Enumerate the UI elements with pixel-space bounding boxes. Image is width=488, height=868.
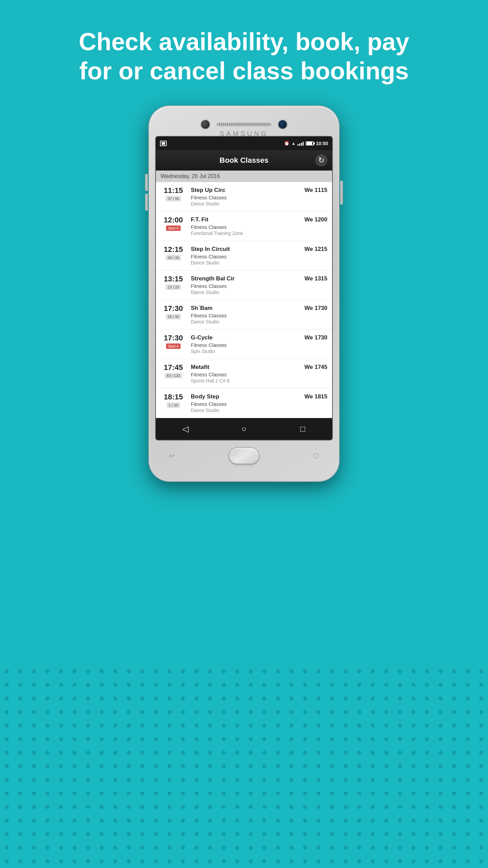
phone-bottom: ↩ ⬡	[155, 440, 333, 468]
class-location: Dance Studio	[191, 290, 327, 295]
vol-down-button	[145, 194, 148, 211]
class-list-item[interactable]: 18:15 1 / 35 Body Step We 1815 Fitness C…	[156, 389, 332, 418]
home-nav-button[interactable]: ○	[236, 420, 252, 437]
class-time-block: 12:00 Wait 0	[161, 216, 186, 231]
class-category: Fitness Classes	[191, 254, 327, 259]
class-details: Strength Bal Cir We 1315 Fitness Classes…	[191, 275, 327, 295]
camera-left-icon	[201, 120, 210, 129]
class-name-row: Body Step We 1815	[191, 393, 327, 400]
refresh-button[interactable]: ↻	[315, 154, 327, 166]
class-list-item[interactable]: 12:15 40 / 40 Step In Circuit We 1215 Fi…	[156, 241, 332, 271]
class-list-item[interactable]: 17:45 83 / 120 Metafit We 1745 Fitness C…	[156, 359, 332, 389]
vol-up-button	[145, 174, 148, 191]
class-capacity-badge: 19 / 20	[166, 284, 181, 290]
class-category: Fitness Classes	[191, 283, 327, 289]
class-capacity-badge: 16 / 40	[166, 314, 181, 319]
class-time-block: 17:30 Wait 4	[161, 334, 186, 349]
front-camera-icon	[278, 120, 287, 129]
class-time: 17:30	[164, 305, 183, 312]
class-list-item[interactable]: 17:30 Wait 4 G-Cycle We 1730 Fitness Cla…	[156, 330, 332, 359]
home-hardware-button[interactable]	[229, 447, 259, 464]
notification-icon	[160, 141, 167, 146]
app-header: Book Classes ↻	[156, 150, 332, 171]
bottom-navigation: ◁ ○ □	[156, 418, 332, 440]
battery-icon	[306, 141, 314, 145]
classes-list: 11:15 37 / 40 Step Up Circ We 1115 Fitne…	[156, 182, 332, 418]
class-time-block: 18:15 1 / 35	[161, 393, 186, 408]
status-time: 10:50	[316, 141, 328, 146]
phone-top: SAMSUNG	[155, 116, 333, 136]
class-capacity-badge: Wait 0	[166, 225, 181, 231]
phone-device: SAMSUNG ⏰ ▲ 10	[149, 106, 339, 481]
class-category: Fitness Classes	[191, 372, 327, 377]
class-time: 12:00	[164, 216, 183, 224]
back-hardware-icon: ↩	[169, 452, 175, 460]
wifi-icon: ▲	[291, 141, 296, 146]
class-list-item[interactable]: 13:15 19 / 20 Strength Bal Cir We 1315 F…	[156, 271, 332, 300]
class-name: Step Up Circ	[191, 187, 225, 194]
class-time: 17:45	[164, 364, 183, 371]
class-name-row: Step Up Circ We 1115	[191, 187, 327, 194]
status-bar: ⏰ ▲ 10:50	[156, 137, 332, 150]
class-category: Fitness Classes	[191, 401, 327, 407]
volume-buttons	[145, 174, 148, 211]
status-right: ⏰ ▲ 10:50	[284, 141, 328, 146]
class-time: 13:15	[164, 275, 183, 283]
class-name: G-Cycle	[191, 334, 212, 341]
app-title: Book Classes	[220, 156, 268, 165]
class-name-row: Strength Bal Cir We 1315	[191, 275, 327, 282]
class-code: We 1745	[304, 364, 327, 371]
class-time-block: 17:45 83 / 120	[161, 364, 186, 378]
speaker-bar	[217, 123, 271, 126]
class-details: G-Cycle We 1730 Fitness Classes Spin Stu…	[191, 334, 327, 354]
class-category: Fitness Classes	[191, 313, 327, 318]
class-code: We 1730	[304, 305, 327, 312]
back-nav-button[interactable]: ◁	[177, 420, 194, 437]
headline-text: Check availability, book, pay for or can…	[45, 0, 443, 106]
class-time: 11:15	[164, 187, 183, 194]
clock-status-icon: ⏰	[284, 141, 289, 146]
class-name-row: G-Cycle We 1730	[191, 334, 327, 341]
class-name-row: Sh`Bam We 1730	[191, 305, 327, 312]
class-name-row: Step In Circuit We 1215	[191, 246, 327, 253]
class-category: Fitness Classes	[191, 195, 327, 200]
class-details: Body Step We 1815 Fitness Classes Dance …	[191, 393, 327, 413]
class-name-row: F.T. Fit We 1200	[191, 216, 327, 223]
status-left	[160, 141, 167, 146]
class-list-item[interactable]: 17:30 16 / 40 Sh`Bam We 1730 Fitness Cla…	[156, 300, 332, 330]
class-capacity-badge: Wait 4	[166, 343, 181, 349]
class-time: 18:15	[164, 393, 183, 401]
class-name: Metafit	[191, 364, 209, 371]
signal-icon	[298, 141, 304, 146]
class-list-item[interactable]: 11:15 37 / 40 Step Up Circ We 1115 Fitne…	[156, 182, 332, 212]
menu-hardware-icon: ⬡	[313, 452, 319, 460]
class-time: 12:15	[164, 246, 183, 253]
class-location: Functional Training Zone	[191, 231, 327, 236]
class-list-item[interactable]: 12:00 Wait 0 F.T. Fit We 1200 Fitness Cl…	[156, 212, 332, 241]
class-category: Fitness Classes	[191, 342, 327, 348]
class-name: F.T. Fit	[191, 216, 208, 223]
class-code: We 1215	[304, 246, 327, 253]
power-button	[340, 181, 343, 204]
class-time-block: 12:15 40 / 40	[161, 246, 186, 260]
class-name: Step In Circuit	[191, 246, 230, 253]
date-header: Wednesday, 20 Jul 2016	[156, 171, 332, 182]
class-location: Dance Studio	[191, 319, 327, 324]
class-details: Step Up Circ We 1115 Fitness Classes Dan…	[191, 187, 327, 206]
class-name: Body Step	[191, 393, 219, 400]
class-location: Dance Studio	[191, 260, 327, 265]
class-capacity-badge: 40 / 40	[166, 255, 181, 260]
class-name-row: Metafit We 1745	[191, 364, 327, 371]
class-capacity-badge: 37 / 40	[166, 196, 181, 201]
recent-nav-button[interactable]: □	[294, 420, 311, 437]
class-code: We 1115	[304, 187, 327, 194]
class-details: F.T. Fit We 1200 Fitness Classes Functio…	[191, 216, 327, 236]
phone-screen: ⏰ ▲ 10:50 Book Classes ↻ We	[155, 136, 333, 440]
class-time-block: 13:15 19 / 20	[161, 275, 186, 290]
class-capacity-badge: 83 / 120	[165, 373, 182, 378]
class-name: Sh`Bam	[191, 305, 212, 312]
class-location: Spin Studio	[191, 349, 327, 354]
class-time-block: 17:30 16 / 40	[161, 305, 186, 319]
class-details: Sh`Bam We 1730 Fitness Classes Dance Stu…	[191, 305, 327, 324]
brand-label: SAMSUNG	[220, 130, 268, 138]
